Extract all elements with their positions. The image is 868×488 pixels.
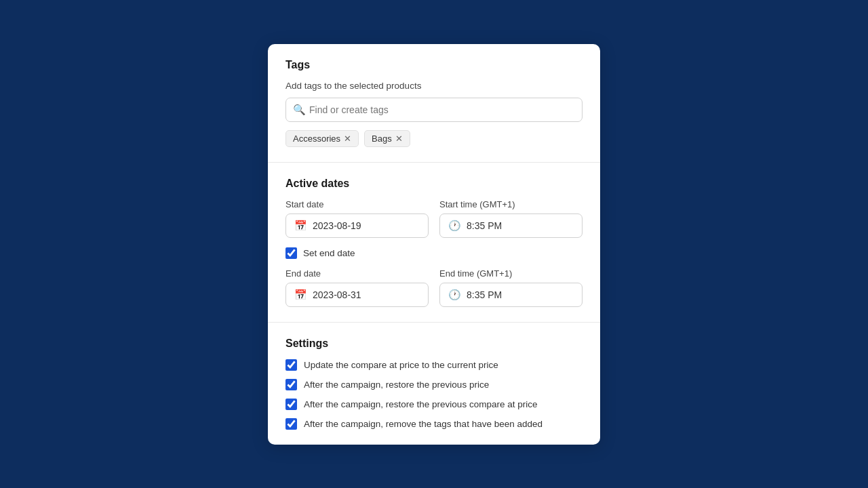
active-dates-section: Active dates Start date 📅 2023-08-19 Sta…: [268, 163, 600, 323]
tag-search-wrapper: 🔍: [285, 98, 583, 122]
end-date-input[interactable]: 📅 2023-08-31: [285, 283, 429, 307]
tag-remove-accessories[interactable]: ✕: [344, 134, 351, 143]
end-date-group: End date 📅 2023-08-31: [285, 268, 429, 307]
setting-label-2[interactable]: After the campaign, restore the previous…: [304, 399, 537, 409]
tags-subtitle: Add tags to the selected products: [285, 81, 583, 91]
tags-section: Tags Add tags to the selected products 🔍…: [268, 44, 600, 163]
clock-end-icon: 🕐: [448, 289, 461, 301]
tag-search-input[interactable]: [285, 98, 583, 122]
settings-list: Update the compare at price to the curre…: [285, 359, 583, 430]
start-time-group: Start time (GMT+1) 🕐 8:35 PM: [439, 199, 583, 238]
start-time-label: Start time (GMT+1): [439, 199, 583, 209]
end-date-label: End date: [285, 268, 429, 279]
start-date-value: 2023-08-19: [313, 220, 361, 231]
setting-row-2: After the campaign, restore the previous…: [285, 399, 583, 410]
set-end-date-row: Set end date: [285, 247, 583, 259]
tags-title: Tags: [285, 59, 583, 71]
start-date-input[interactable]: 📅 2023-08-19: [285, 214, 429, 238]
setting-label-3[interactable]: After the campaign, remove the tags that…: [304, 419, 542, 429]
setting-checkbox-2[interactable]: [285, 399, 297, 410]
active-dates-title: Active dates: [285, 178, 583, 190]
start-date-label: Start date: [285, 199, 429, 209]
calendar-icon: 📅: [294, 220, 307, 232]
tag-remove-bags[interactable]: ✕: [395, 134, 403, 143]
clock-icon: 🕐: [448, 220, 461, 232]
end-time-label: End time (GMT+1): [439, 268, 583, 279]
start-time-input[interactable]: 🕐 8:35 PM: [439, 214, 583, 238]
date-grid: Start date 📅 2023-08-19 Start time (GMT+…: [285, 199, 583, 238]
set-end-date-checkbox[interactable]: [285, 247, 297, 259]
tags-row: Accessories ✕ Bags ✕: [285, 130, 583, 147]
end-date-value: 2023-08-31: [313, 289, 361, 300]
tag-chip-bags: Bags ✕: [364, 130, 410, 147]
setting-checkbox-0[interactable]: [285, 359, 297, 371]
end-date-grid: End date 📅 2023-08-31 End time (GMT+1) 🕐…: [285, 268, 583, 307]
settings-section: Settings Update the compare at price to …: [268, 323, 600, 445]
tag-chip-label: Accessories: [293, 134, 340, 144]
setting-checkbox-3[interactable]: [285, 418, 297, 430]
tag-chip-accessories: Accessories ✕: [285, 130, 359, 147]
end-time-value: 8:35 PM: [467, 289, 502, 300]
start-date-group: Start date 📅 2023-08-19: [285, 199, 429, 238]
main-panel: Tags Add tags to the selected products 🔍…: [268, 44, 600, 445]
setting-label-0[interactable]: Update the compare at price to the curre…: [304, 360, 498, 370]
set-end-date-label[interactable]: Set end date: [303, 248, 355, 258]
start-time-value: 8:35 PM: [467, 220, 502, 231]
calendar-end-icon: 📅: [294, 289, 307, 301]
setting-row-3: After the campaign, remove the tags that…: [285, 418, 583, 430]
settings-title: Settings: [285, 338, 583, 350]
end-time-group: End time (GMT+1) 🕐 8:35 PM: [439, 268, 583, 307]
setting-row-1: After the campaign, restore the previous…: [285, 379, 583, 390]
setting-row-0: Update the compare at price to the curre…: [285, 359, 583, 371]
tag-chip-label: Bags: [372, 134, 392, 144]
setting-label-1[interactable]: After the campaign, restore the previous…: [304, 380, 489, 390]
setting-checkbox-1[interactable]: [285, 379, 297, 390]
end-time-input[interactable]: 🕐 8:35 PM: [439, 283, 583, 307]
